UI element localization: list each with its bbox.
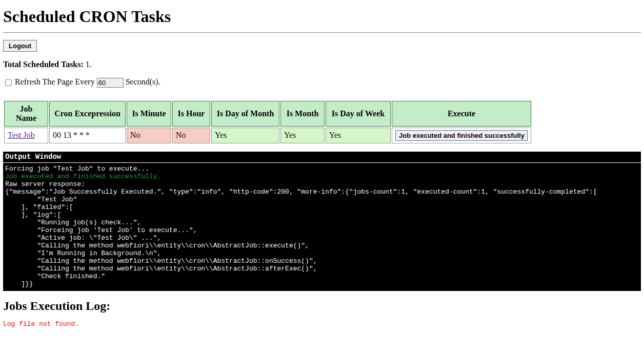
refresh-row: Refresh The Page Every Second(s). bbox=[3, 77, 641, 88]
output-window-title: Output Window bbox=[3, 152, 641, 163]
cell-is-dom: Yes bbox=[211, 128, 279, 143]
refresh-interval-input[interactable] bbox=[97, 78, 124, 88]
cell-is-month: Yes bbox=[280, 128, 325, 143]
th-is-month: Is Month bbox=[280, 101, 325, 127]
th-is-dow: Is Day of Week bbox=[326, 101, 391, 127]
cell-cron: 00 13 * * * bbox=[49, 128, 126, 143]
cell-is-hour: No bbox=[172, 128, 210, 143]
table-row: Test Job 00 13 * * * No No Yes Yes Yes J… bbox=[4, 128, 531, 143]
table-header-row: Job Name Cron Excepression Is Minute Is … bbox=[4, 101, 531, 127]
refresh-label-before: Refresh The Page Every bbox=[15, 77, 95, 86]
page-title: Scheduled CRON Tasks bbox=[3, 7, 641, 26]
th-cron: Cron Excepression bbox=[49, 101, 126, 127]
th-is-hour: Is Hour bbox=[172, 101, 210, 127]
refresh-checkbox[interactable] bbox=[5, 79, 12, 86]
total-tasks-label: Total Scheduled Tasks: bbox=[3, 60, 84, 69]
cell-job-name: Test Job bbox=[4, 128, 48, 143]
th-job-name: Job Name bbox=[4, 101, 48, 127]
th-is-minute: Is Minute bbox=[127, 101, 171, 127]
output-window-body: Forcing job "Test Job" to execute... Job… bbox=[3, 163, 641, 291]
output-window: Output Window Forcing job "Test Job" to … bbox=[3, 152, 641, 291]
jobs-table: Job Name Cron Excepression Is Minute Is … bbox=[3, 100, 532, 144]
refresh-label-after: Second(s). bbox=[126, 77, 160, 86]
execute-button[interactable]: Job executed and finished successfully bbox=[395, 130, 528, 141]
total-tasks-line: Total Scheduled Tasks: 1. bbox=[3, 60, 641, 69]
cell-execute: Job executed and finished successfully bbox=[392, 128, 531, 143]
cell-is-minute: No bbox=[127, 128, 171, 143]
log-missing: Log file not found. bbox=[3, 320, 641, 328]
divider bbox=[3, 32, 641, 33]
total-tasks-value: 1. bbox=[86, 60, 92, 69]
th-is-dom: Is Day of Month bbox=[211, 101, 279, 127]
job-link[interactable]: Test Job bbox=[8, 131, 35, 139]
logout-button[interactable]: Logout bbox=[3, 40, 37, 52]
th-execute: Execute bbox=[392, 101, 531, 127]
cell-is-dow: Yes bbox=[326, 128, 391, 143]
log-title: Jobs Execution Log: bbox=[3, 299, 641, 313]
